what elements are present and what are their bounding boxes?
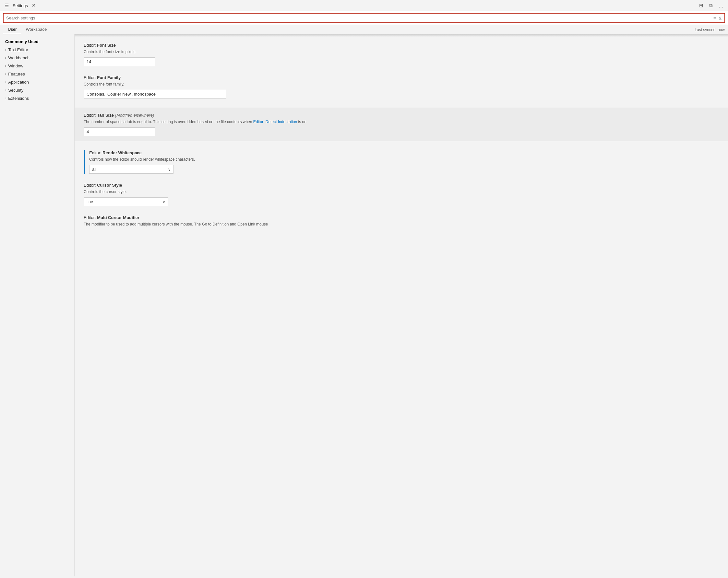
search-icons: ≡ ⧖ (713, 15, 724, 21)
setting-font-family: Editor: Font Family Controls the font fa… (84, 75, 719, 99)
sidebar-item-workbench[interactable]: › Workbench (0, 54, 74, 62)
setting-desc-font-size: Controls the font size in pixels. (84, 49, 719, 55)
sidebar-item-window[interactable]: › Window (0, 62, 74, 70)
scroll-indicator (75, 34, 728, 37)
setting-title-render-whitespace: Editor: Render Whitespace (89, 150, 719, 155)
search-filter-icon[interactable]: ⧖ (718, 15, 723, 21)
tabs-bar: User Workspace Last synced: now (0, 25, 728, 34)
font-family-input[interactable] (84, 90, 226, 99)
tabs-left: User Workspace (3, 25, 51, 34)
setting-desc-cursor-style: Controls the cursor style. (84, 189, 719, 195)
title-bar: ☰ Settings ✕ ⊞ ⧉ … (0, 0, 728, 11)
chevron-right-icon: › (5, 64, 6, 68)
main-layout: Commonly Used › Text Editor › Workbench … (0, 34, 728, 576)
last-synced: Last synced: now (695, 28, 725, 34)
setting-desc-tab-size: The number of spaces a tab is equal to. … (84, 119, 719, 125)
title-bar-left: ☰ Settings ✕ (3, 2, 37, 9)
sidebar-label-commonly-used: Commonly Used (5, 39, 38, 44)
sidebar-label-extensions: Extensions (8, 96, 29, 101)
setting-title-multi-cursor: Editor: Multi Cursor Modifier (84, 215, 719, 220)
chevron-right-icon: › (5, 56, 6, 60)
sidebar-item-features[interactable]: › Features (0, 70, 74, 78)
sidebar-label-application: Application (8, 80, 29, 85)
sidebar-label-security: Security (8, 88, 23, 93)
content-area: Editor: Font Size Controls the font size… (75, 34, 728, 576)
layout-icon[interactable]: ⧉ (708, 2, 714, 9)
setting-render-whitespace: Editor: Render Whitespace Controls how t… (84, 150, 719, 174)
setting-desc-render-whitespace: Controls how the editor should render wh… (89, 157, 719, 162)
sidebar-item-application[interactable]: › Application (0, 78, 74, 86)
setting-cursor-style: Editor: Cursor Style Controls the cursor… (84, 183, 719, 206)
setting-title-bold: Tab Size (97, 113, 114, 118)
sidebar-label-workbench: Workbench (8, 55, 29, 60)
setting-title-font-family: Editor: Font Family (84, 75, 719, 80)
setting-desc-font-family: Controls the font family. (84, 81, 719, 87)
setting-title-tab-size: Editor: Tab Size (Modified elsewhere) (84, 113, 719, 118)
close-icon[interactable]: ✕ (30, 2, 37, 9)
chevron-right-icon: › (5, 48, 6, 52)
setting-title-bold: Multi Cursor Modifier (97, 215, 139, 220)
setting-title-bold: Font Family (97, 75, 121, 80)
search-clear-icon[interactable]: ≡ (713, 15, 717, 21)
tab-user[interactable]: User (3, 25, 21, 34)
tab-workspace[interactable]: Workspace (21, 25, 51, 34)
setting-title-bold: Render Whitespace (102, 150, 142, 155)
setting-font-size: Editor: Font Size Controls the font size… (84, 43, 719, 66)
chevron-right-icon: › (5, 88, 6, 92)
setting-title-font-size: Editor: Font Size (84, 43, 719, 48)
chevron-right-icon: › (5, 72, 6, 76)
settings-title: Settings (12, 3, 28, 8)
render-whitespace-select[interactable]: none boundary selection trailing all (89, 165, 174, 174)
sidebar-label-features: Features (8, 72, 25, 77)
sidebar-item-commonly-used[interactable]: Commonly Used (0, 37, 74, 46)
setting-title-modified: (Modified elsewhere) (114, 113, 154, 118)
sidebar-item-security[interactable]: › Security (0, 86, 74, 94)
setting-multi-cursor-modifier: Editor: Multi Cursor Modifier The modifi… (84, 215, 719, 227)
setting-title-cursor-style: Editor: Cursor Style (84, 183, 719, 188)
font-size-input[interactable] (84, 57, 155, 66)
detect-indentation-link[interactable]: Editor: Detect Indentation (253, 119, 297, 124)
setting-desc-multi-cursor: The modifier to be used to add multiple … (84, 221, 719, 227)
cursor-style-select[interactable]: line block underline line-thin block-out… (84, 197, 168, 206)
search-input[interactable] (4, 13, 713, 22)
sidebar-item-text-editor[interactable]: › Text Editor (0, 46, 74, 54)
sidebar-label-window: Window (8, 63, 23, 68)
sidebar: Commonly Used › Text Editor › Workbench … (0, 34, 75, 576)
hamburger-icon[interactable]: ☰ (3, 2, 10, 9)
setting-title-bold: Cursor Style (97, 183, 122, 188)
setting-title-bold: Font Size (97, 43, 116, 48)
cursor-style-select-wrapper: line block underline line-thin block-out… (84, 197, 168, 206)
title-bar-right: ⊞ ⧉ … (698, 2, 725, 9)
search-bar: ≡ ⧖ (0, 11, 728, 25)
render-whitespace-select-wrapper: none boundary selection trailing all ∨ (89, 165, 174, 174)
chevron-right-icon: › (5, 97, 6, 100)
sidebar-item-extensions[interactable]: › Extensions (0, 94, 74, 102)
tab-size-input[interactable] (84, 127, 155, 136)
more-actions-icon[interactable]: … (717, 2, 725, 9)
setting-tab-size: Editor: Tab Size (Modified elsewhere) Th… (75, 108, 728, 141)
split-editor-icon[interactable]: ⊞ (698, 2, 705, 9)
settings-section: Editor: Font Size Controls the font size… (75, 37, 728, 242)
sidebar-label-text-editor: Text Editor (8, 47, 28, 52)
chevron-right-icon: › (5, 80, 6, 84)
search-wrapper: ≡ ⧖ (3, 13, 725, 23)
